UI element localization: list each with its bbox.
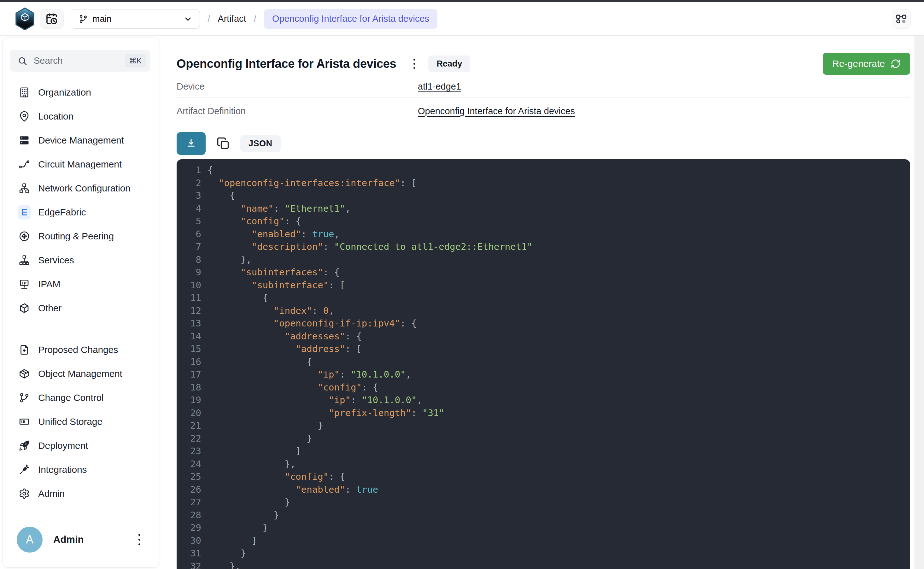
code-line: 17 "ip": "10.1.0.0", [176,368,910,381]
sidebar-item-change-control[interactable]: Change Control [3,386,159,410]
git-branch-icon [18,391,30,404]
code-block[interactable]: 1{2 "openconfig-interfaces:interface": [… [176,159,910,569]
code-line: 8 }, [176,253,910,266]
user-menu[interactable]: A Admin [3,512,159,567]
top-bar: main / Artifact / Openconfig Interface f… [0,2,924,36]
code-line: 20 "prefix-length": "31" [176,406,910,420]
cube-icon [18,302,30,315]
calendar-clock-icon [46,13,58,25]
search-input[interactable]: Search ⌘K [10,50,150,72]
sidebar-item-routing-peering[interactable]: Routing & Peering [3,224,159,248]
breadcrumb-separator: / [254,14,256,24]
sidebar-item-label: Device Management [38,135,124,146]
sidebar-item-device-management[interactable]: Device Management [3,128,159,152]
sidebar-item-label: Services [38,255,74,266]
sidebar-item-organization[interactable]: Organization [3,81,159,104]
code-line: 24 }, [176,458,910,471]
sidebar-item-deployment[interactable]: Deployment [3,434,159,458]
code-line: 15 "address": [ [176,342,910,356]
code-line: 12 "index": 0, [176,304,910,317]
code-line: 28 } [176,509,910,522]
sidebar-item-edgefabric[interactable]: E EdgeFabric [3,200,159,224]
app-logo[interactable] [15,7,35,30]
sidebar-item-admin[interactable]: Admin [3,482,159,506]
breadcrumb-current[interactable]: Openconfig Interface for Arista devices [264,9,438,29]
branch-name: main [93,14,112,24]
copy-icon [216,137,230,151]
code-line: 22 } [176,432,910,445]
artifact-definition-link[interactable]: Openconfig Interface for Arista devices [418,106,575,116]
server-icon [18,134,30,147]
chevron-down-icon [183,14,193,24]
regenerate-button[interactable]: Re-generate [823,53,910,75]
breadcrumb-section[interactable]: Artifact [217,14,246,24]
refresh-icon [891,59,901,69]
code-line: 13 "openconfig-if-ip:ipv4": { [176,317,910,330]
copy-button[interactable] [214,135,232,152]
sidebar-item-proposed-changes[interactable]: Proposed Changes [3,338,159,362]
code-line: 25 "config": { [176,470,910,483]
sidebar-item-label: Other [38,303,61,313]
download-icon [185,138,197,149]
code-line: 1{ [176,164,910,176]
edgefabric-initial: E [18,205,30,219]
download-button[interactable] [176,132,206,155]
sidebar-item-label: Circuit Management [38,159,122,170]
search-shortcut-badge: ⌘K [125,54,146,67]
ip-monitor-icon: IP [18,278,30,291]
sidebar-item-label: Organization [38,87,91,98]
user-name: Admin [53,534,132,545]
sidebar-item-label: Deployment [38,440,88,451]
calendar-clock-button[interactable] [40,9,64,29]
logo-hexagon-icon [15,7,35,30]
page-scrollbar[interactable] [915,36,924,569]
format-badge: JSON [240,135,281,152]
code-line: 30 ] [176,534,910,547]
branch-selector[interactable]: main [71,9,200,29]
field-row-artifact-definition: Artifact Definition Openconfig Interface… [176,98,910,124]
user-kebab-menu[interactable] [132,531,146,549]
code-line: 7 "description": "Connected to atl1-edge… [176,240,910,253]
code-line: 6 "enabled": true, [176,228,910,240]
sidebar-item-label: EdgeFabric [38,207,86,218]
code-line: 5 "config": { [176,215,910,228]
svg-text:IP: IP [22,281,26,286]
sidebar-item-label: Location [38,111,73,122]
sidebar-item-network-configuration[interactable]: Network Configuration [3,176,159,200]
window-top-strip [0,0,924,2]
sidebar-item-label: Integrations [38,464,87,475]
sidebar-item-location[interactable]: Location [3,104,159,128]
code-line: 23 ] [176,445,910,458]
page-kebab-menu[interactable] [409,56,419,71]
sidebar-nav-secondary: Proposed Changes Object Management Chang… [3,338,159,506]
sidebar-item-other[interactable]: Other [3,296,159,320]
sidebar-item-ipam[interactable]: IP IPAM [3,272,159,296]
sidebar-item-services[interactable]: Services [3,248,159,272]
sidebar-item-integrations[interactable]: Integrations [3,458,159,482]
artifact-toolbar: JSON [176,132,281,155]
code-line: 31 } [176,547,910,560]
device-link[interactable]: atl1-edge1 [418,81,461,92]
sidebar-item-label: Change Control [38,393,103,403]
sidebar-item-label: Routing & Peering [38,231,114,242]
code-line: 32 }, [176,560,910,569]
breadcrumb-separator: / [208,14,210,24]
code-line: 19 "ip": "10.1.0.0", [176,394,910,406]
main-content: Openconfig Interface for Arista devices … [159,36,915,569]
map-pin-icon [18,110,30,123]
apps-grid-button[interactable] [892,9,911,29]
sidebar-divider [10,320,152,320]
regenerate-label: Re-generate [832,58,885,69]
sidebar: Search ⌘K Organization Location [3,38,159,568]
code-line: 21 } [176,419,910,432]
search-placeholder: Search [34,56,125,66]
code-line: 29 } [176,521,910,534]
sidebar-item-circuit-management[interactable]: Circuit Management [3,152,159,176]
field-label: Device [176,81,418,92]
sidebar-item-unified-storage[interactable]: Unified Storage [3,410,159,434]
circuit-icon [18,158,30,170]
rocket-icon [18,440,30,452]
sidebar-item-object-management[interactable]: Object Management [3,362,159,386]
branch-selector-toggle[interactable] [176,9,200,28]
sidebar-item-label: Proposed Changes [38,344,118,355]
